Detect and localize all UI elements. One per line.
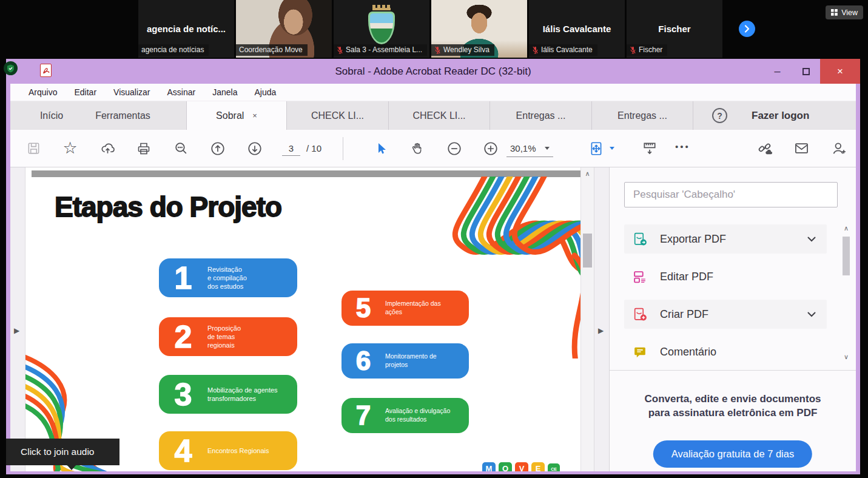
chevron-down-icon[interactable] (807, 237, 816, 242)
person-add-icon (831, 140, 847, 157)
page-number-input[interactable]: 3 (282, 143, 300, 156)
pdf-scrollbar[interactable]: ∧ (580, 167, 594, 471)
right-panel-rail[interactable]: ▶ (594, 167, 609, 471)
search-input[interactable] (624, 182, 838, 207)
participant-tile-fischer[interactable]: Fischer Fischer (627, 0, 722, 58)
scrollbar-thumb[interactable] (583, 234, 592, 268)
select-tool-button[interactable] (373, 140, 389, 157)
tool-label: Comentário (660, 346, 716, 358)
share-link-button[interactable] (756, 140, 773, 157)
previous-page-button[interactable] (209, 140, 226, 157)
expand-left-panel-icon[interactable]: ▶ (14, 326, 19, 335)
zoom-in-button[interactable] (482, 140, 499, 157)
decorative-waves-top-right (418, 177, 580, 358)
titlebar[interactable]: Sobral - Adobe Acrobat Reader DC (32-bit… (10, 59, 856, 84)
scrollbar-thumb[interactable] (843, 237, 850, 275)
tool-label: Editar PDF (660, 271, 713, 283)
tab-inicio[interactable]: Início (24, 101, 79, 130)
screen: agencia de notíc... agencia de notícias … (0, 0, 868, 478)
step-label: Mobilização de agentes transformadores (207, 386, 278, 403)
chevron-down-icon[interactable] (610, 147, 614, 150)
scroll-up-icon[interactable]: ∧ (581, 170, 594, 178)
participant-tile-coordenacao-move[interactable]: Coordenação Move (236, 0, 332, 58)
view-button[interactable]: View (826, 5, 863, 19)
page-display-button[interactable] (641, 140, 658, 157)
tab-check-list-1[interactable]: CHECK LI... (286, 101, 388, 130)
cursor-icon (374, 141, 389, 156)
maximize-button[interactable] (792, 59, 820, 84)
tools-panel: Exportar PDF Editar PDF Criar PDF (609, 167, 856, 471)
create-pdf-icon (632, 307, 648, 322)
zoom-out-button[interactable] (446, 140, 462, 157)
hand-tool-button[interactable] (409, 140, 426, 157)
step-7: 7 Avaliação e divulgação dos resultados (341, 398, 469, 433)
mic-muted-icon (337, 46, 343, 54)
participant-label: Wendley Silva (431, 44, 494, 56)
acrobat-window: Sobral - Adobe Acrobat Reader DC (32-bit… (6, 59, 860, 474)
email-button[interactable] (793, 140, 810, 157)
next-participants-button[interactable] (739, 21, 755, 37)
mic-muted-icon (434, 46, 441, 54)
favorite-button[interactable]: ☆ (62, 140, 78, 157)
step-2: 2 Proposição de temas regionais (159, 317, 297, 356)
minimize-button[interactable]: – (763, 59, 792, 84)
step-1: 1 Revisitação e compilação dos estudos (159, 258, 297, 297)
zoom-level-control[interactable]: 30,1% (506, 143, 553, 157)
close-tab-icon[interactable]: × (252, 111, 257, 120)
step-label: Encontros Regionais (207, 446, 269, 455)
menu-janela[interactable]: Janela (212, 87, 237, 97)
next-page-button[interactable] (246, 140, 263, 157)
step-number: 2 (159, 321, 207, 352)
window-title: Sobral - Adobe Acrobat Reader DC (32-bit… (10, 59, 856, 84)
participant-tile-wendley[interactable]: Wendley Silva (431, 0, 527, 58)
mic-muted-icon (532, 46, 539, 54)
tab-ferramentas[interactable]: Ferramentas (85, 101, 161, 130)
menu-assinar[interactable]: Assinar (167, 87, 195, 97)
participant-tile-ialis[interactable]: Iális Cavalcante Iális Cavalcante (529, 0, 625, 58)
participant-label: agencia de notícias (138, 44, 209, 56)
close-button[interactable]: × (820, 59, 860, 84)
help-icon[interactable]: ? (712, 108, 727, 123)
more-tools-button[interactable]: ••• (675, 141, 690, 152)
menu-editar[interactable]: Editar (74, 87, 96, 97)
expand-right-panel-icon[interactable]: ▶ (598, 326, 604, 335)
tool-edit-pdf[interactable]: Editar PDF (624, 262, 827, 291)
panel-divider (610, 370, 856, 371)
tool-create-pdf[interactable]: Criar PDF (624, 300, 827, 329)
grid-view-icon (831, 9, 838, 16)
tab-sobral[interactable]: Sobral × (186, 101, 286, 130)
join-audio-tooltip[interactable]: Click to join audio (6, 439, 119, 465)
free-trial-button[interactable]: Avaliação gratuita de 7 dias (653, 440, 812, 468)
scroll-down-icon[interactable]: ∨ (841, 353, 851, 361)
tab-entregas-1[interactable]: Entregas ... (490, 101, 591, 130)
promo-line-1: Converta, edite e envie documentos (610, 392, 856, 406)
menu-visualizar[interactable]: Visualizar (113, 87, 150, 97)
share-cloud-button[interactable] (99, 140, 116, 157)
search-button[interactable] (173, 140, 189, 157)
menu-arquivo[interactable]: Arquivo (29, 87, 57, 97)
menu-ajuda[interactable]: Ajuda (254, 87, 276, 97)
link-icon (756, 140, 773, 157)
pdf-page[interactable]: Etapas do Projeto 1 Revisitação e compil… (25, 167, 580, 471)
tab-check-list-2[interactable]: CHECK LI... (388, 101, 490, 130)
chevron-down-icon[interactable] (807, 312, 816, 317)
participant-tile-sala3[interactable]: Sala 3 - Assembleia L... (334, 0, 429, 58)
step-5: 5 Implementação das ações (341, 291, 469, 326)
scroll-up-icon[interactable]: ∧ (841, 224, 851, 232)
print-button[interactable] (135, 140, 152, 157)
sign-in-button[interactable]: Fazer logon (752, 101, 809, 130)
page-indicator: 3 / 10 (282, 143, 321, 156)
tool-comment[interactable]: Comentário (624, 337, 827, 366)
participant-tile-agencia[interactable]: agencia de notíc... agencia de notícias (138, 0, 234, 58)
invite-person-button[interactable] (831, 140, 847, 157)
promo-line-2: para assinatura eletrônica em PDF (610, 406, 856, 420)
arrow-down-circle-icon (247, 141, 263, 157)
fit-page-button[interactable] (588, 140, 604, 157)
step-number: 7 (341, 402, 385, 429)
left-panel-rail[interactable]: ▶ (10, 167, 25, 471)
save-button[interactable] (25, 140, 42, 157)
tool-export-pdf[interactable]: Exportar PDF (624, 224, 827, 254)
tab-entregas-2[interactable]: Entregas ... (591, 101, 693, 130)
zoom-level-value: 30,1% (510, 143, 536, 153)
panel-scrollbar[interactable]: ∧ ∨ (841, 224, 851, 369)
